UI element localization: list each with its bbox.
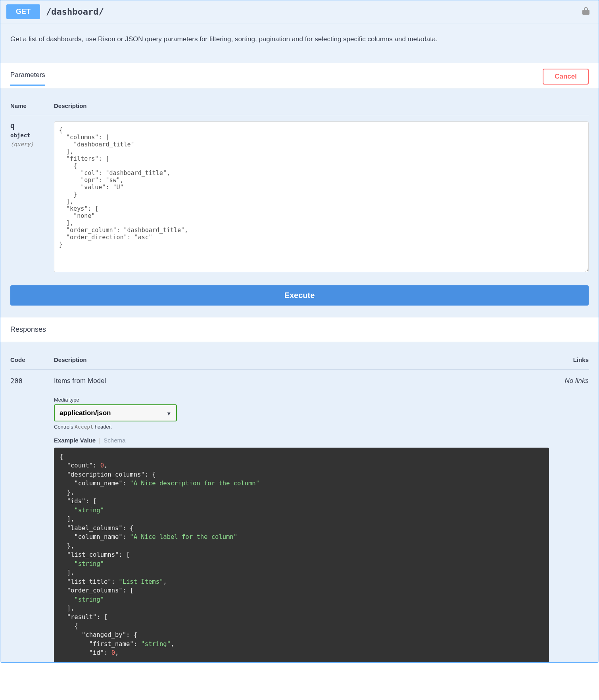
response-title: Items from Model: [54, 377, 549, 385]
tab-schema[interactable]: Schema: [104, 437, 125, 444]
api-operation-block: GET /dashboard/ Get a list of dashboards…: [0, 0, 599, 663]
responses-heading: Responses: [0, 317, 599, 342]
media-type-select[interactable]: application/json: [54, 404, 177, 421]
example-code-block: { "count": 0, "description_columns": { "…: [54, 448, 549, 662]
operation-header[interactable]: GET /dashboard/: [0, 0, 599, 23]
parameter-input-wrap: [54, 121, 589, 273]
header-description: Description: [54, 102, 589, 109]
endpoint-path: /dashboard/: [46, 7, 573, 17]
response-links: No links: [549, 377, 589, 662]
execute-button[interactable]: Execute: [10, 285, 589, 306]
responses-body: Code Description Links 200 Items from Mo…: [0, 342, 599, 662]
response-desc: Items from Model Media type application/…: [54, 377, 549, 662]
header-name: Name: [10, 102, 54, 109]
tab-parameters[interactable]: Parameters: [10, 71, 45, 86]
tab-example-value[interactable]: Example Value: [54, 437, 96, 444]
responses-header-row: Code Description Links: [10, 350, 589, 370]
header-description: Description: [54, 356, 549, 363]
parameter-row: q object (query): [10, 115, 589, 273]
parameter-name: q: [10, 121, 54, 130]
model-tabs: Example Value | Schema: [54, 437, 549, 444]
parameter-location: (query): [10, 141, 54, 147]
response-code: 200: [10, 377, 54, 662]
parameter-type: object: [10, 132, 54, 138]
parameters-section-header: Parameters Cancel: [0, 63, 599, 89]
media-type-label: Media type: [54, 397, 549, 403]
parameter-body-textarea[interactable]: [54, 121, 589, 272]
cancel-button[interactable]: Cancel: [543, 69, 589, 85]
response-row: 200 Items from Model Media type applicat…: [10, 370, 589, 662]
lock-icon[interactable]: [579, 7, 593, 17]
controls-hint: Controls Accept header.: [54, 424, 549, 430]
header-links: Links: [549, 356, 589, 363]
parameters-body: Name Description q object (query) Execut…: [0, 89, 599, 317]
parameters-header-row: Name Description: [10, 97, 589, 115]
header-code: Code: [10, 356, 54, 363]
method-badge: GET: [6, 4, 40, 19]
operation-summary: Get a list of dashboards, use Rison or J…: [0, 23, 599, 63]
parameter-meta: q object (query): [10, 121, 54, 147]
